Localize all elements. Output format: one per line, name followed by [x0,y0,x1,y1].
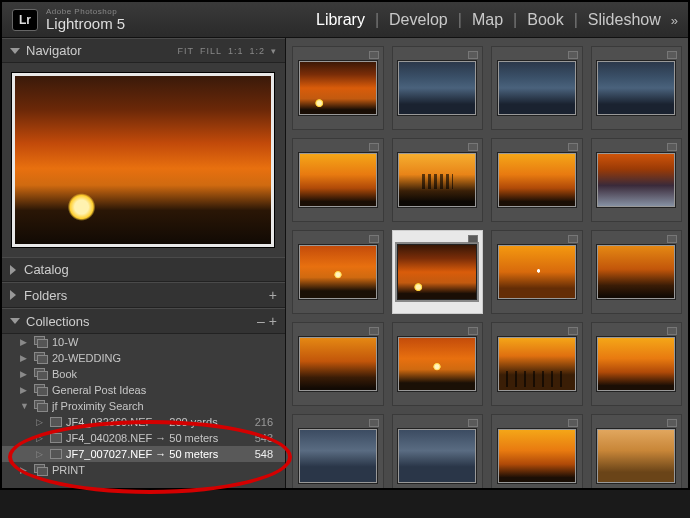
thumbnail [497,152,577,208]
nav-fit[interactable]: FIT [177,46,194,56]
thumbnail [596,336,676,392]
grid-cell[interactable] [591,322,683,406]
flag-icon[interactable] [667,419,677,427]
grid-cell[interactable] [591,230,683,314]
module-book[interactable]: Book [527,11,563,29]
navigator-title: Navigator [26,43,82,58]
thumbnail [596,428,676,484]
logo-badge: Lr [12,9,38,31]
preview-image [12,73,274,247]
collection-set[interactable]: ▶PRINT [2,462,285,478]
flag-icon[interactable] [568,235,578,243]
catalog-header[interactable]: Catalog [2,257,285,282]
grid-cell[interactable] [591,138,683,222]
grid-view[interactable] [286,38,688,488]
grid-cell[interactable] [392,46,484,130]
nav-fill[interactable]: FILL [200,46,222,56]
nav-1to1[interactable]: 1:1 [228,46,244,56]
left-panel: Navigator FIT FILL 1:1 1:2 ▾ Catalog Fol… [2,38,286,488]
grid-cell[interactable] [292,322,384,406]
smart-collection-selected[interactable]: ▷JF7_007027.NEF → 50 meters548 [2,446,285,462]
folders-header[interactable]: Folders + [2,282,285,308]
thumbnail [298,244,378,300]
thumbnail [298,60,378,116]
flag-icon[interactable] [468,235,478,243]
grid-cell[interactable] [491,138,583,222]
grid-cell[interactable] [491,322,583,406]
collections-minus-icon[interactable]: – [257,313,265,329]
flag-icon[interactable] [667,235,677,243]
flag-icon[interactable] [468,51,478,59]
thumbnail [497,428,577,484]
folders-title: Folders [24,288,67,303]
thumbnail [596,244,676,300]
flag-icon[interactable] [468,143,478,151]
flag-icon[interactable] [568,51,578,59]
grid-cell[interactable] [591,46,683,130]
collections-add-icon[interactable]: + [269,313,277,329]
flag-icon[interactable] [369,235,379,243]
grid-cell[interactable] [491,46,583,130]
flag-icon[interactable] [468,327,478,335]
grid-cell[interactable] [491,230,583,314]
module-develop[interactable]: Develop [389,11,448,29]
grid-cell[interactable] [392,322,484,406]
grid-cell[interactable] [292,414,384,488]
thumbnail [397,152,477,208]
flag-icon[interactable] [667,51,677,59]
flag-icon[interactable] [667,327,677,335]
thumbnail [596,60,676,116]
grid-cell[interactable] [591,414,683,488]
folders-add-icon[interactable]: + [269,287,277,303]
grid-cell[interactable] [392,138,484,222]
thumbnail [497,244,577,300]
thumbnail [397,428,477,484]
grid-cell[interactable] [292,46,384,130]
flag-icon[interactable] [667,143,677,151]
grid-cell[interactable] [491,414,583,488]
flag-icon[interactable] [468,419,478,427]
navigator-preview[interactable] [2,63,285,257]
smart-collection[interactable]: ▷JF4_032369.NEF → 200 yards216 [2,414,285,430]
collections-tree: ▶10-W ▶20-WEDDING ▶Book ▶General Post Id… [2,334,285,488]
navigator-header[interactable]: Navigator FIT FILL 1:1 1:2 ▾ [2,38,285,63]
top-bar: Lr Adobe Photoshop Lightroom 5 Library |… [2,2,688,38]
collection-set[interactable]: ▶20-WEDDING [2,350,285,366]
nav-zoom[interactable]: 1:2 [249,46,265,56]
grid-cell[interactable] [292,138,384,222]
flag-icon[interactable] [369,143,379,151]
grid-cell[interactable] [292,230,384,314]
collection-set[interactable]: ▼jf Proximity Search [2,398,285,414]
thumbnail [397,336,477,392]
flag-icon[interactable] [369,419,379,427]
brand: Lr Adobe Photoshop Lightroom 5 [12,8,125,31]
flag-icon[interactable] [568,143,578,151]
flag-icon[interactable] [369,327,379,335]
thumbnail [298,152,378,208]
module-map[interactable]: Map [472,11,503,29]
flag-icon[interactable] [568,327,578,335]
thumbnail [497,60,577,116]
thumbnail [397,60,477,116]
grid-cell-selected[interactable] [392,230,484,314]
collections-title: Collections [26,314,90,329]
grid-cell[interactable] [392,414,484,488]
thumbnail [298,428,378,484]
module-library[interactable]: Library [316,11,365,29]
collections-header[interactable]: Collections –+ [2,308,285,334]
catalog-title: Catalog [24,262,69,277]
collection-set[interactable]: ▶Book [2,366,285,382]
flag-icon[interactable] [568,419,578,427]
thumbnail [298,336,378,392]
module-more-icon[interactable]: » [671,13,678,28]
brand-name: Lightroom 5 [46,16,125,31]
collection-set[interactable]: ▶General Post Ideas [2,382,285,398]
thumbnail [596,152,676,208]
thumbnail [497,336,577,392]
collection-set[interactable]: ▶10-W [2,334,285,350]
thumbnail [397,244,477,300]
flag-icon[interactable] [369,51,379,59]
module-slideshow[interactable]: Slideshow [588,11,661,29]
nav-zoom-dropdown-icon[interactable]: ▾ [271,46,277,56]
smart-collection[interactable]: ▷JF4_040208.NEF → 50 meters543 [2,430,285,446]
